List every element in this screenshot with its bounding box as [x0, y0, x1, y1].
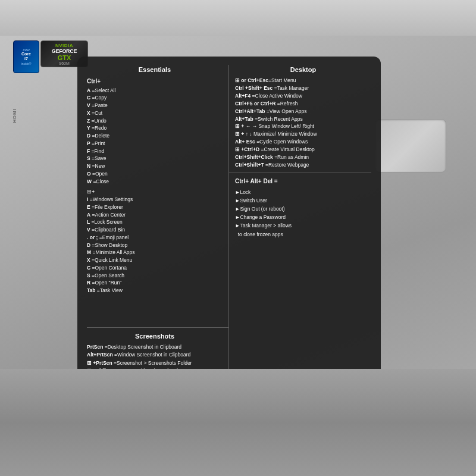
nvidia-type: GTX: [58, 54, 71, 61]
intel-core: Corei7: [21, 52, 31, 62]
laptop-surface: NVIDIA GEFORCE GTX 960M intel Corei7 ins…: [0, 0, 476, 476]
essentials-title: Essentials: [87, 65, 223, 75]
ctrl-shortcuts: A =Select All C =Copy V =Paste X =Cut Z …: [87, 87, 223, 186]
ctrl-subtitle: Ctrl+: [87, 77, 223, 86]
intel-side: inside®: [21, 62, 32, 65]
essentials-section: Essentials Ctrl+ A =Select All C =Copy V…: [87, 65, 229, 327]
cad-title: Ctrl+ Alt+ Del =: [235, 177, 371, 186]
desktop-shortcuts: ⊞ or Ctrl+Esc=Start Menu Ctrl +Shift+ Es…: [235, 77, 371, 169]
nvidia-brand: NVIDIA: [55, 43, 73, 48]
shortcut-sticker: Essentials Ctrl+ A =Select All C =Copy V…: [77, 57, 381, 384]
screenshots-title: Screenshots: [87, 331, 223, 342]
win-shortcuts: ⊞+ I =Windows Settings E =File Explorer …: [87, 188, 223, 295]
bottom-surface: [0, 369, 476, 476]
nvidia-model: 960M: [59, 61, 70, 65]
top-bezel: [0, 0, 476, 36]
screenshots-section: Screenshots PrtScn =Desktop Screenshot i…: [87, 327, 229, 375]
cad-shortcuts: ►Lock ►Switch User ►Sign Out (or reboot)…: [235, 188, 371, 238]
cad-section: Ctrl+ Alt+ Del = ►Lock ►Switch User ►Sig…: [229, 173, 371, 375]
desktop-section: Desktop ⊞ or Ctrl+Esc=Start Menu Ctrl +S…: [229, 65, 371, 173]
desktop-title: Desktop: [235, 65, 371, 75]
intel-sticker: intel Corei7 inside®: [13, 40, 39, 73]
trackpad[interactable]: [375, 119, 446, 173]
nvidia-product: GEFORCE: [52, 48, 77, 54]
hdmi-label: HDMI: [12, 108, 17, 123]
